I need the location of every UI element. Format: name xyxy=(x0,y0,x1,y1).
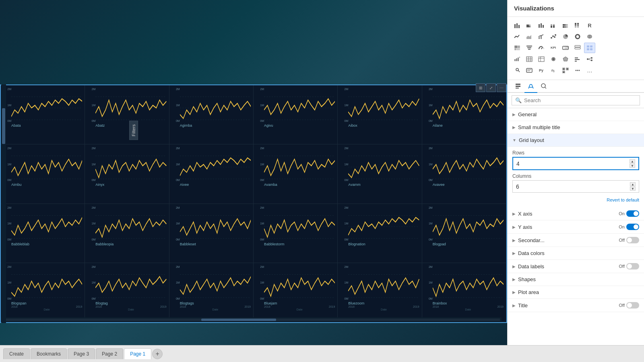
format-row-data-colors[interactable]: ▶ Data colors xyxy=(508,247,644,260)
tab-page3[interactable]: Page 3 xyxy=(68,348,95,359)
format-row-general[interactable]: ▶ General xyxy=(508,108,644,121)
columns-input[interactable] xyxy=(516,183,532,190)
title-toggle[interactable] xyxy=(626,302,639,309)
viz-icon-funnel[interactable] xyxy=(524,43,535,53)
format-row-data-labels[interactable]: ▶ Data labels Off xyxy=(508,260,644,273)
chart-expand-btn[interactable]: ⤢ xyxy=(486,83,496,92)
viz-icon-stacked-column[interactable] xyxy=(548,20,559,31)
viz-icon-more[interactable] xyxy=(572,65,583,76)
viz-icon-small-multiple[interactable] xyxy=(584,43,595,53)
tab-analytics[interactable] xyxy=(537,80,550,93)
tab-bookmarks[interactable]: Bookmarks xyxy=(31,348,67,359)
format-row-x-axis[interactable]: ▶ X axis On xyxy=(508,207,644,220)
viz-icon-multirow-card[interactable] xyxy=(572,43,583,53)
viz-icon-qr[interactable] xyxy=(560,65,571,76)
viz-icon-100pct-bar[interactable] xyxy=(560,20,571,31)
chart-cell-avavee[interactable]: 2M 1M 0M Avavee xyxy=(422,144,506,204)
chart-cell-aivee[interactable]: 2M 1M 0M Aivee xyxy=(169,144,254,204)
tab-create[interactable]: Create xyxy=(3,348,30,359)
viz-icon-column[interactable] xyxy=(536,20,547,31)
format-row-y-axis[interactable]: ▶ Y axis On xyxy=(508,220,644,234)
format-row-small-multiple-title[interactable]: ▶ Small multiple title xyxy=(508,121,644,134)
format-row-grid-layout[interactable]: ▼ Grid layout Rows ▲ ▼ xyxy=(508,134,644,207)
tab-page2[interactable]: Page 2 xyxy=(96,348,123,359)
format-row-plot-area[interactable]: ▶ Plot area xyxy=(508,286,644,299)
viz-icon-shape-map[interactable] xyxy=(560,54,571,64)
chart-cell-avamba[interactable]: 2M 1M 0M Avamba xyxy=(254,144,338,204)
chart-more-btn[interactable]: ⋯ xyxy=(497,83,506,92)
chart-cell-blogtags[interactable]: 2M 1M 0M Blogtags 2018 2019 xyxy=(169,263,254,322)
viz-icon-area[interactable] xyxy=(524,31,535,42)
chart-cell-babblestorm[interactable]: 2M 1M 0M Babblestorm xyxy=(254,204,338,263)
chart-cell-abatz[interactable]: 2M 1M 0M Abatz xyxy=(85,85,169,144)
rows-spin-down[interactable]: ▼ xyxy=(630,164,635,168)
format-row-shapes[interactable]: ▶ Shapes xyxy=(508,273,644,286)
viz-icon-r-script[interactable]: rꜩ xyxy=(548,65,559,76)
add-page-button[interactable]: + xyxy=(152,349,163,359)
viz-icon-slicer[interactable] xyxy=(572,54,583,64)
chart-cell-aibox[interactable]: 2M 1M 0M Aibox xyxy=(338,85,422,144)
small-multiples-container[interactable]: 2M 1M 0M Abata 2M xyxy=(0,84,507,323)
secondary-toggle[interactable] xyxy=(626,237,639,243)
viz-icon-gauge[interactable] xyxy=(536,43,547,53)
x-axis-toggle[interactable] xyxy=(626,210,639,217)
viz-icon-python[interactable]: Py xyxy=(536,65,547,76)
chart-cell-babbleblab[interactable]: 2M 1M 0M Babbleblab xyxy=(1,204,85,263)
viz-icon-bar[interactable] xyxy=(512,20,523,31)
chart-cell-babbleopia[interactable]: 2M 1M 0M Babbleopia xyxy=(85,204,169,263)
viz-icon-combo[interactable] xyxy=(536,31,547,42)
tab-page1[interactable]: Page 1 xyxy=(124,348,151,359)
rows-input-field[interactable]: ▲ ▼ xyxy=(512,157,639,170)
revert-to-default-button[interactable]: Revert to default xyxy=(512,196,639,204)
columns-spin-down[interactable]: ▼ xyxy=(630,187,636,191)
columns-spin-up[interactable]: ▲ xyxy=(630,182,636,186)
chart-cell-babbleset[interactable]: 2M 1M 0M Babbleset xyxy=(169,204,254,263)
columns-input-field[interactable]: ▲ ▼ xyxy=(512,180,639,193)
data-labels-toggle[interactable] xyxy=(626,263,639,269)
viz-icon-waterfall[interactable] xyxy=(512,54,523,64)
viz-icon-matrix[interactable] xyxy=(536,54,547,64)
viz-icon-100pct-column[interactable] xyxy=(572,20,583,31)
chart-cell-aimbu[interactable]: 2M 1M 0M Aimbu xyxy=(1,144,85,204)
viz-icon-decomp-tree[interactable] xyxy=(584,54,595,64)
chart-cell-bluezoom[interactable]: 2M 1M 0M Bluezoom 2018 2019 xyxy=(338,263,422,322)
chart-focus-btn[interactable]: ⊞ xyxy=(476,83,485,92)
chart-cell-brainbox[interactable]: 2M 1M 0M Brainbox 2018 2019 xyxy=(422,263,506,322)
format-row-title[interactable]: ▶ Title Off xyxy=(508,299,644,312)
chart-horizontal-scrollbar[interactable] xyxy=(1,317,502,322)
chart-cell-avamm[interactable]: 2M 1M 0M Avamm xyxy=(338,144,422,204)
viz-icon-donut[interactable] xyxy=(572,31,583,42)
tab-format[interactable] xyxy=(524,80,537,93)
y-axis-toggle[interactable] xyxy=(626,224,639,230)
rows-spin-up[interactable]: ▲ xyxy=(630,159,635,163)
filters-tab[interactable]: Filters xyxy=(129,121,138,140)
viz-icon-azure-map[interactable] xyxy=(548,54,559,64)
viz-icon-scatter[interactable] xyxy=(548,31,559,42)
search-box[interactable]: 🔍 xyxy=(512,95,640,105)
viz-icon-pie[interactable] xyxy=(560,31,571,42)
viz-icon-key-influencer[interactable] xyxy=(512,65,523,76)
search-input[interactable] xyxy=(524,97,636,103)
chart-cell-blognation[interactable]: 2M 1M 0M Blognation xyxy=(338,204,422,263)
viz-icon-table[interactable] xyxy=(524,54,535,64)
chart-cell-abata[interactable]: 2M 1M 0M Abata xyxy=(1,85,85,144)
format-row-secondary[interactable]: ▶ Secondar... Off xyxy=(508,234,644,247)
viz-icon-ellipsis[interactable]: … xyxy=(584,65,595,76)
chart-cell-blogpad[interactable]: 2M 1M 0M Blogpad xyxy=(422,204,506,263)
chart-cell-agivu[interactable]: 2M 1M 0M Agivu xyxy=(254,85,338,144)
viz-icon-smart-narrative[interactable] xyxy=(524,65,535,76)
chart-cell-blogtag[interactable]: 2M 1M 0M Blogtag 2018 2019 xyxy=(85,263,169,322)
chart-vertical-scrollbar[interactable] xyxy=(1,84,6,323)
viz-icon-filled-map[interactable] xyxy=(584,31,595,42)
chart-cell-blogspan[interactable]: 2M 1M 0M Blogspan 2018 2019 xyxy=(1,263,85,322)
viz-icon-card[interactable]: 123 xyxy=(560,43,571,53)
viz-icon-stacked-bar[interactable] xyxy=(524,20,535,31)
chart-cell-ainyx[interactable]: 2M 1M 0M Ainyx xyxy=(85,144,169,204)
viz-icon-r[interactable]: R xyxy=(584,20,595,31)
chart-cell-agimba[interactable]: 2M 1M 0M Agimba xyxy=(169,85,254,144)
rows-input[interactable] xyxy=(516,160,533,167)
viz-icon-line[interactable] xyxy=(512,31,523,42)
viz-icon-treemap[interactable] xyxy=(512,43,523,53)
tab-fields[interactable] xyxy=(512,80,524,93)
viz-icon-kpi[interactable]: KPI xyxy=(548,43,559,53)
